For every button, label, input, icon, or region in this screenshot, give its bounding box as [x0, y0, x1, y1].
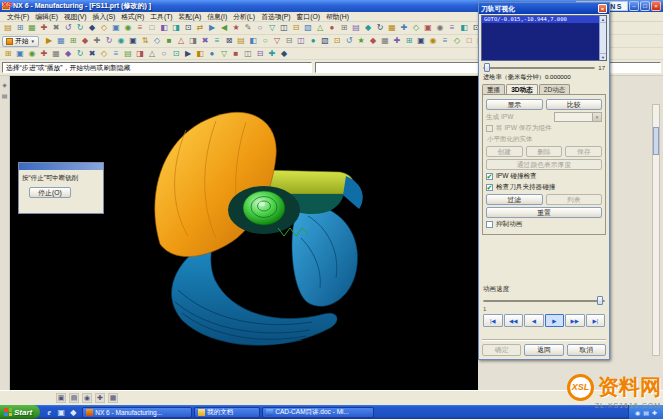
- graphics-viewport[interactable]: [10, 76, 478, 390]
- toolbar-icon[interactable]: □: [463, 35, 475, 47]
- holder-collision-checkbox[interactable]: ✔: [486, 184, 493, 191]
- toolbar-icon[interactable]: ▣: [110, 22, 122, 34]
- toolbar-icon[interactable]: ◉: [115, 35, 127, 47]
- toolbar-icon[interactable]: ◆: [367, 35, 379, 47]
- toolbar-icon[interactable]: ≡: [110, 48, 122, 60]
- tray-icon[interactable]: ✚: [652, 409, 657, 416]
- toolbar-icon[interactable]: ✖: [50, 22, 62, 34]
- toolpath-list[interactable]: GOTO/-0.015,-10.944,7.000 ▲ ▼: [481, 15, 607, 61]
- taskbar-item-my-documents[interactable]: 我的文档: [194, 407, 260, 418]
- close-button[interactable]: ×: [651, 1, 661, 11]
- toolbar-icon[interactable]: ↻: [74, 22, 86, 34]
- toolbar-icon[interactable]: ◉: [434, 22, 446, 34]
- toolbar-icon[interactable]: ◧: [194, 48, 206, 60]
- toolbar-icon[interactable]: ▣: [14, 48, 26, 60]
- compare-button[interactable]: 比较: [546, 99, 603, 110]
- toolbar-icon[interactable]: ⊟: [254, 48, 266, 60]
- start-dropdown-button[interactable]: 开始 ▼: [2, 36, 39, 47]
- animation-speed-slider[interactable]: [483, 296, 605, 305]
- menu-item[interactable]: 视图(V): [61, 12, 90, 22]
- toolbar-icon[interactable]: ◧: [458, 22, 470, 34]
- quick-launch-icon[interactable]: ◆: [68, 407, 78, 417]
- stop-dialog-titlebar[interactable]: [19, 163, 103, 170]
- toolbar-icon[interactable]: ★: [355, 35, 367, 47]
- menu-item[interactable]: 首选项(P): [258, 12, 293, 22]
- toolbar-icon[interactable]: ■: [230, 48, 242, 60]
- toolbar-icon[interactable]: ◫: [242, 48, 254, 60]
- toolbar-icon[interactable]: ▦: [50, 48, 62, 60]
- toolbar-icon[interactable]: ⊞: [14, 22, 26, 34]
- dialog-close-icon[interactable]: ×: [598, 4, 607, 13]
- ipw-collision-checkbox[interactable]: ✔: [486, 173, 493, 180]
- menu-item[interactable]: 帮助(H): [323, 12, 352, 22]
- minimize-button[interactable]: –: [629, 1, 639, 11]
- rail-scrollbar-thumb[interactable]: [653, 127, 659, 155]
- toolbar-icon[interactable]: ◉: [427, 35, 439, 47]
- toolbar-icon[interactable]: ◆: [362, 22, 374, 34]
- toolbar-icon[interactable]: ↻: [74, 48, 86, 60]
- toolbar-icon[interactable]: ✚: [38, 48, 50, 60]
- toolbar-icon[interactable]: ≡: [439, 35, 451, 47]
- toolbar-icon[interactable]: ◆: [86, 22, 98, 34]
- toolbar-icon[interactable]: ▤: [350, 22, 362, 34]
- tab-replay[interactable]: 重播: [482, 84, 505, 94]
- toolbar-icon[interactable]: ◨: [170, 22, 182, 34]
- toolbar-icon[interactable]: ●: [206, 48, 218, 60]
- toolbar-icon[interactable]: ⊞: [338, 22, 350, 34]
- toolbar-icon[interactable]: ▣: [415, 35, 427, 47]
- toolbar-icon[interactable]: ◆: [278, 48, 290, 60]
- toolbar-icon[interactable]: ◫: [278, 22, 290, 34]
- toolbar-icon[interactable]: ⊡: [170, 48, 182, 60]
- toolbar-icon[interactable]: ■: [163, 35, 175, 47]
- dialog-titlebar[interactable]: 刀轨可视化 ×: [479, 3, 609, 14]
- cancel-button[interactable]: 取消: [567, 344, 606, 356]
- tray-icon[interactable]: ▤: [643, 409, 649, 416]
- maximize-button[interactable]: □: [640, 1, 650, 11]
- toolbar-icon[interactable]: ▦: [55, 35, 67, 47]
- toolbar-icon[interactable]: ▣: [422, 22, 434, 34]
- menu-item[interactable]: 插入(S): [90, 12, 119, 22]
- toolbar-icon[interactable]: ▽: [266, 22, 278, 34]
- show-button[interactable]: 显示: [486, 99, 543, 110]
- toolbar-icon[interactable]: ◇: [451, 35, 463, 47]
- toolbar-icon[interactable]: ≡: [446, 22, 458, 34]
- toolbar-icon[interactable]: ▦: [386, 22, 398, 34]
- toolbar-icon[interactable]: ↺: [62, 22, 74, 34]
- toolbar-icon[interactable]: ◉: [26, 48, 38, 60]
- scroll-up-icon[interactable]: ▲: [600, 16, 606, 23]
- toolbar-icon[interactable]: ◇: [410, 22, 422, 34]
- toolbar-icon[interactable]: ✖: [199, 35, 211, 47]
- toolbar-icon[interactable]: ⊟: [283, 35, 295, 47]
- toolbar-icon[interactable]: ●: [326, 22, 338, 34]
- taskbar-item-nx[interactable]: NX 6 - Manufacturing...: [82, 407, 192, 418]
- toolbar-icon[interactable]: ⊞: [2, 48, 14, 60]
- toolbar-icon[interactable]: ▧: [319, 35, 331, 47]
- menu-item[interactable]: 格式(R): [118, 12, 147, 22]
- toolbar-icon[interactable]: ▦: [26, 22, 38, 34]
- toolbar-icon[interactable]: ⊠: [223, 35, 235, 47]
- step-backward-button[interactable]: ◀: [524, 314, 544, 327]
- quick-launch-icon[interactable]: ▣: [56, 407, 66, 417]
- toolbar-icon[interactable]: ⊟: [290, 22, 302, 34]
- toolbar-icon[interactable]: ⊡: [182, 22, 194, 34]
- status-strip-icon[interactable]: ✚: [95, 393, 105, 403]
- toolbar-icon[interactable]: ≡: [134, 22, 146, 34]
- menu-item[interactable]: 文件(F): [4, 12, 32, 22]
- toolbar-icon[interactable]: ⊞: [403, 35, 415, 47]
- toolbar-icon[interactable]: ▽: [218, 48, 230, 60]
- scroll-down-icon[interactable]: ▼: [600, 53, 606, 60]
- toolbar-icon[interactable]: ✚: [391, 35, 403, 47]
- reset-button[interactable]: 重置: [486, 207, 602, 218]
- toolbar-icon[interactable]: △: [175, 35, 187, 47]
- fast-forward-button[interactable]: ▶▶: [565, 314, 585, 327]
- toolbar-icon[interactable]: ○: [158, 48, 170, 60]
- resource-strip-icon[interactable]: ◈: [2, 81, 7, 88]
- toolbar-icon[interactable]: ↻: [103, 35, 115, 47]
- toolbar-icon[interactable]: ▤: [235, 35, 247, 47]
- toolbar-icon[interactable]: ✚: [398, 22, 410, 34]
- tab-3d-dynamic[interactable]: 3D动态: [506, 84, 538, 94]
- toolbar-icon[interactable]: ▶: [206, 22, 218, 34]
- toolbar-icon[interactable]: ◇: [151, 35, 163, 47]
- status-strip-icon[interactable]: ▦: [108, 393, 118, 403]
- menu-item[interactable]: 编辑(E): [32, 12, 61, 22]
